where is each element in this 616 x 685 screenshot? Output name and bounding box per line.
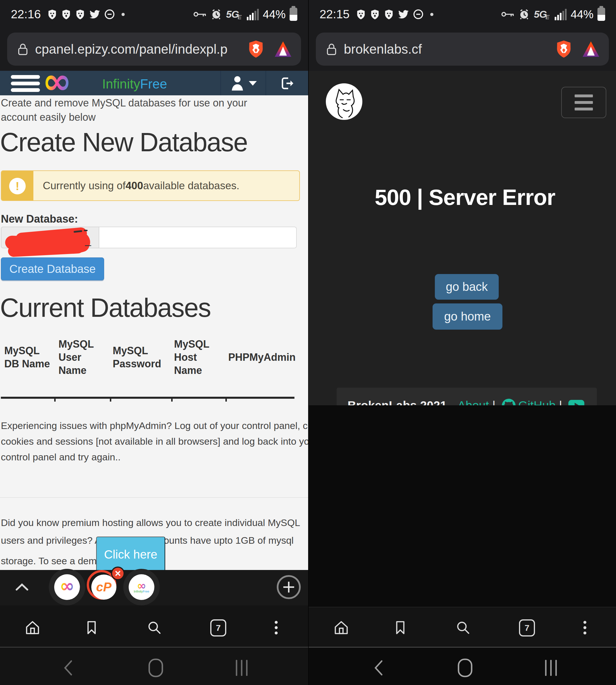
new-tab-plus-icon[interactable] [277, 575, 301, 599]
go-back-button[interactable]: go back [435, 274, 499, 300]
tab-counter[interactable]: 7 [210, 619, 226, 637]
bat-rewards-button[interactable] [582, 41, 599, 57]
key-icon [501, 10, 514, 19]
url-text: cpanel.epizy.com/panel/indexpl.p [35, 41, 243, 57]
bookmark-icon[interactable] [392, 619, 409, 636]
column-header: MySQL Host Name [174, 337, 214, 378]
network-type: 5GE [534, 8, 551, 20]
brave-shield-icon [370, 9, 380, 19]
signal-strength-icon [555, 8, 567, 20]
back-icon[interactable] [63, 660, 73, 676]
tab-counter[interactable]: 7 [519, 619, 535, 637]
home-icon[interactable] [333, 619, 350, 636]
recents-icon[interactable] [235, 660, 249, 676]
brave-shield-icon [47, 9, 57, 19]
twitter-icon [89, 9, 101, 19]
battery-icon [290, 8, 297, 21]
signal-strength-icon [247, 8, 259, 20]
hamburger-menu-icon[interactable] [561, 87, 606, 118]
alarm-icon [519, 8, 530, 20]
page-title: Create New Database [0, 127, 247, 157]
notification-dot [122, 13, 125, 16]
click-here-button[interactable]: Click here [96, 537, 165, 570]
browser-url-row: brokenlabs.cf [309, 28, 616, 71]
premium-note-tail: storage. To see a demo: [1, 555, 105, 566]
header-divider [220, 71, 221, 95]
new-database-label: New Database: [1, 213, 78, 225]
search-icon[interactable] [455, 619, 471, 636]
alarm-icon [211, 8, 222, 20]
phpmyadmin-note: cookies and sessions [not available in a… [1, 436, 308, 447]
exclamation-icon: ! [9, 178, 26, 194]
column-header: MySQL DB Name [4, 337, 53, 378]
page-intro: Create and remove MySQL databases for us… [1, 97, 247, 109]
chevron-down-icon[interactable] [249, 81, 257, 86]
create-database-button[interactable]: Create Database [1, 257, 104, 280]
brave-shields-button[interactable] [555, 40, 572, 59]
alert-text: Currently using of 400 available databas… [43, 171, 239, 200]
menu-icon[interactable] [11, 75, 40, 92]
bat-rewards-button[interactable] [275, 41, 291, 57]
cat-doodle-avatar[interactable] [326, 83, 362, 120]
left-phone-screenshot: 22:16 5GE 44% [0, 0, 308, 685]
screenshot-canvas: 22:16 5GE 44% [0, 0, 616, 685]
clock: 22:16 [11, 7, 41, 21]
bookmark-icon[interactable] [83, 619, 100, 636]
infinity-tab-icon[interactable]: ∞ [54, 574, 80, 600]
url-bar[interactable]: brokenlabs.cf [316, 33, 609, 66]
logout-icon[interactable] [280, 76, 294, 91]
go-home-button[interactable]: go home [433, 303, 502, 330]
brave-shield-icon [356, 9, 366, 19]
overflow-menu-icon[interactable] [582, 619, 588, 636]
brave-shield-icon [61, 9, 71, 19]
cpanel-tab-icon[interactable]: cP [91, 575, 116, 600]
phpmyadmin-note: Experiencing issues with phpMyAdmin? Log… [1, 420, 308, 431]
column-header: PHPMyAdmin [228, 337, 295, 378]
chevron-up-icon[interactable] [15, 582, 29, 592]
back-icon[interactable] [374, 660, 383, 676]
column-header: MySQL User Name [59, 337, 101, 378]
new-database-input[interactable] [99, 227, 297, 248]
page-intro: account easily below [1, 111, 95, 123]
home-icon[interactable] [24, 619, 41, 636]
user-menu-button[interactable] [230, 75, 244, 92]
status-bar: 22:15 5GE 44% [309, 0, 616, 28]
lock-icon [326, 43, 337, 56]
notification-dot [430, 13, 433, 16]
url-text: brokenlabs.cf [344, 41, 551, 57]
user-icon [230, 75, 244, 91]
column-divider [225, 397, 227, 402]
battery-percent: 44% [263, 8, 286, 21]
home-pill-icon[interactable] [148, 658, 163, 678]
infinityfree-header: ∞ InfinityFree [0, 71, 308, 95]
column-divider [110, 397, 111, 402]
brave-shields-button[interactable] [247, 40, 264, 59]
brokenlabs-page: 500 | Server Error go back go home Broke… [309, 71, 616, 405]
status-bar: 22:16 5GE 44% [0, 0, 308, 28]
infinityfree-tab-icon[interactable]: ∞ InfinityFree [129, 574, 154, 600]
close-tab-icon[interactable] [111, 566, 125, 580]
nav-divider [0, 647, 308, 648]
overflow-menu-icon[interactable] [273, 619, 279, 636]
do-not-disturb-icon [413, 9, 424, 20]
network-type: 5GE [226, 8, 243, 20]
home-pill-icon[interactable] [457, 658, 473, 678]
infinity-logo: ∞ [42, 63, 72, 99]
recents-icon[interactable] [544, 660, 558, 676]
section-divider [0, 497, 308, 498]
brave-shield-icon [75, 9, 85, 19]
premium-note: Did you know premium hosting allows you … [1, 517, 300, 528]
clock: 22:15 [320, 7, 350, 21]
brave-shield-icon [384, 9, 394, 19]
brand-name: InfinityFree [102, 76, 167, 92]
battery-icon [597, 8, 605, 21]
error-title: 500 | Server Error [309, 185, 616, 210]
cpanel-page: Create and remove MySQL databases for us… [0, 95, 308, 570]
key-icon [194, 10, 206, 19]
nav-divider [309, 647, 616, 648]
phpmyadmin-note: control panel and try again.. [1, 451, 121, 463]
search-icon[interactable] [146, 619, 163, 636]
current-databases-title: Current Databases [0, 293, 211, 323]
column-divider [54, 397, 56, 402]
twitter-icon [398, 9, 409, 19]
